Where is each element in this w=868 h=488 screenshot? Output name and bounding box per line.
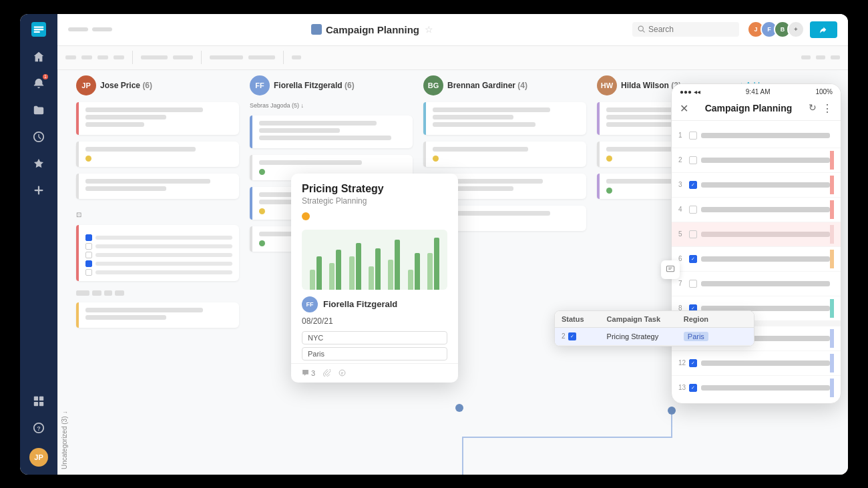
table-cell-row-num: 2 <box>555 328 600 344</box>
chart-bar-group-2 <box>329 250 341 290</box>
phone-checkbox-3[interactable] <box>689 181 697 189</box>
message-icon <box>339 369 346 377</box>
topbar-right: J F B + <box>747 21 837 38</box>
popup-attachment-icon <box>323 369 331 377</box>
phone-checkbox-2[interactable] <box>689 156 697 164</box>
chart-bar <box>369 266 374 290</box>
chart-bar-group-3 <box>349 243 361 290</box>
uncategorized-swimlane-label: Uncategorized (3) ↓ <box>57 70 71 475</box>
phone-title: Campaign Planning <box>705 103 793 113</box>
card-jose-3[interactable] <box>76 174 239 199</box>
toolbar-divider-2 <box>201 51 202 64</box>
column-jose: JP Jose Price (6) <box>71 70 244 475</box>
chart-bar-group-1 <box>310 256 322 290</box>
home-icon[interactable] <box>27 45 51 69</box>
card-brennan-2[interactable] <box>423 142 586 167</box>
search-input[interactable] <box>648 25 728 34</box>
card-fiorella-1[interactable] <box>250 115 413 148</box>
pricing-strategy-popup: Pricing Strategy Strategic Planning <box>291 174 458 383</box>
table-checkbox[interactable] <box>568 332 576 340</box>
phone-panel-icon[interactable] <box>661 260 680 279</box>
table-col-task: Campaign Task <box>600 311 677 327</box>
phone-refresh-icon[interactable]: ↻ <box>809 102 817 115</box>
phone-checkbox-6[interactable] <box>689 255 697 263</box>
svg-rect-7 <box>34 401 38 405</box>
smartsheet-logo <box>31 22 46 37</box>
toolbar-btn-6[interactable] <box>173 55 193 59</box>
notification-badge: 1 <box>43 74 48 79</box>
favorite-icon[interactable]: ☆ <box>425 24 433 35</box>
phone-checkbox-12[interactable] <box>689 359 697 367</box>
hilda-avatar: HW <box>597 75 617 95</box>
chart-bar <box>395 240 400 290</box>
card-jose-4[interactable] <box>76 225 239 281</box>
grid-icon[interactable] <box>27 389 51 413</box>
phone-close-icon[interactable]: ✕ <box>680 102 688 115</box>
popup-message-icon <box>339 369 346 377</box>
check-filled <box>85 234 92 241</box>
star-icon[interactable] <box>27 152 51 176</box>
card-jose-5[interactable] <box>76 302 239 328</box>
svg-text:?: ? <box>37 425 41 431</box>
phone-checkbox-7[interactable] <box>689 280 697 288</box>
folder-icon[interactable] <box>27 98 51 122</box>
share-button[interactable] <box>810 21 837 38</box>
phone-checkbox-13[interactable] <box>689 384 697 392</box>
jose-name: Jose Price (6) <box>100 81 152 90</box>
popup-status-dot <box>302 212 310 220</box>
phone-row-13: 13 <box>672 376 841 400</box>
sebras-column-label: Sebras Jagoda (5) ↓ <box>250 102 413 109</box>
toolbar-divider-3 <box>283 51 284 64</box>
phone-checkbox-5[interactable] <box>689 230 697 238</box>
toolbar-btn-5[interactable] <box>141 55 168 59</box>
user-avatar[interactable]: JP <box>29 448 48 467</box>
chart-bar <box>388 260 393 290</box>
phone-signal: ●●● ◂◂ <box>680 88 700 95</box>
toolbar-btn-3[interactable] <box>97 55 108 59</box>
popup-subtitle: Strategic Planning <box>302 196 447 206</box>
chart-bar <box>375 248 381 290</box>
card-footer-icons <box>76 288 239 298</box>
toolbar-btn-end-2[interactable] <box>816 55 825 59</box>
toolbar-btn-7[interactable] <box>210 55 243 59</box>
sheet-icon <box>311 24 322 35</box>
popup-user-avatar: FF <box>302 296 318 312</box>
fiorella-name: Fiorella Fitzgerald (6) <box>274 81 355 90</box>
check-filled-2 <box>85 260 92 267</box>
phone-content: 1 2 3 <box>672 121 841 400</box>
toolbar-divider-1 <box>132 51 133 64</box>
collaborators-avatars: J F B + <box>747 21 805 38</box>
check-empty-3 <box>85 269 92 276</box>
comment-icon <box>302 369 309 377</box>
board-area: Uncategorized (3) ↓ JP Jose Price (6) <box>57 70 848 475</box>
card-brennan-1[interactable] <box>423 102 586 135</box>
table-header: Status Campaign Task Region <box>555 311 754 328</box>
search-bar <box>632 22 739 37</box>
popup-footer: 3 <box>291 363 458 383</box>
bell-icon[interactable]: 1 <box>27 71 51 95</box>
phone-checkbox-4[interactable] <box>689 206 697 214</box>
table-col-region: Region <box>677 311 754 327</box>
toolbar-btn-4[interactable] <box>114 55 124 59</box>
svg-rect-8 <box>39 401 43 405</box>
chart-bar <box>329 263 335 290</box>
toolbar-btn-1[interactable] <box>65 55 76 59</box>
svg-point-11 <box>638 26 643 31</box>
toolbar-btn-2[interactable] <box>81 55 92 59</box>
paris-tag: Paris <box>684 332 708 341</box>
clock-icon[interactable] <box>27 125 51 149</box>
card-jose-1[interactable] <box>76 102 239 135</box>
toolbar-btn-8[interactable] <box>248 55 275 59</box>
toolbar-btn-9[interactable] <box>292 55 301 59</box>
plus-icon[interactable] <box>27 178 51 202</box>
phone-more-icon[interactable]: ⋮ <box>822 102 833 115</box>
phone-row-12: 12 <box>672 351 841 376</box>
phone-checkbox-1[interactable] <box>689 132 697 140</box>
help-icon[interactable]: ? <box>27 416 51 440</box>
jose-avatar: JP <box>76 75 96 95</box>
table-row-pricing: 2 Pricing Strategy Paris <box>555 328 754 346</box>
toolbar-btn-end-1[interactable] <box>801 55 811 59</box>
svg-rect-3 <box>34 31 40 32</box>
card-jose-2[interactable] <box>76 142 239 167</box>
toolbar-btn-end-3[interactable] <box>831 55 840 59</box>
